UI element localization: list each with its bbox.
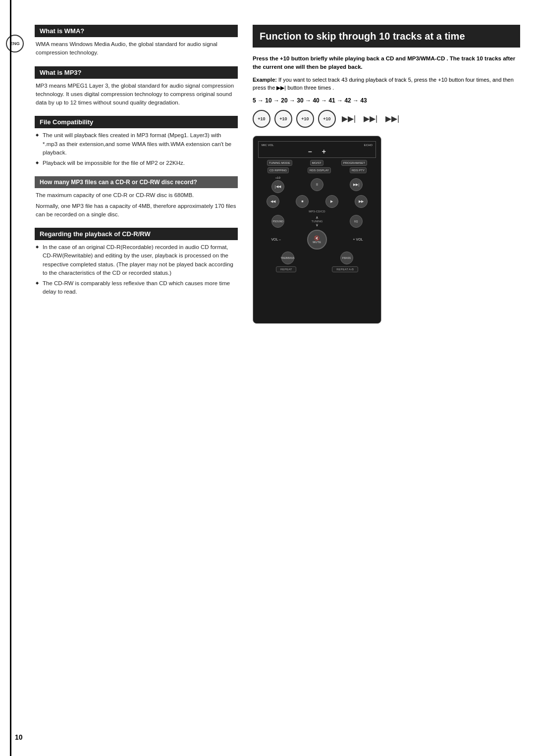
btn-skip-1[interactable]: ▶▶| xyxy=(340,110,358,128)
section-what-is-wma: What is WMA? WMA means Windows Media Aud… xyxy=(35,25,238,57)
remote-prev-track-btn[interactable]: |◀◀ xyxy=(271,180,284,193)
section-what-is-mp3: What is MP3? MP3 means MPEG1 Layer 3, th… xyxy=(35,66,238,107)
btn-plus10-2[interactable]: +10 xyxy=(274,110,292,128)
remote-pause-btn[interactable]: II xyxy=(311,178,323,191)
remote-inner: MIC VOL ECHO – + TUNING MODE MO/ST PROGR… xyxy=(258,141,376,318)
remote-stop-btn[interactable]: ■ xyxy=(296,195,309,208)
mp3-header: What is MP3? xyxy=(35,66,238,79)
btn-plus10-1[interactable]: +10 xyxy=(253,110,270,128)
example-label: Example: xyxy=(253,77,277,83)
remote-mic-vol-section: MIC VOL ECHO – + xyxy=(258,141,376,158)
file-compat-content: The unit will playback files created in … xyxy=(35,131,238,167)
remote-vol-minus-label: VOL – xyxy=(271,238,281,241)
remote-repeat-btn[interactable]: REPEAT xyxy=(276,266,297,272)
how-many-mp3-line2: Normally, one MP3 file has a capacity of… xyxy=(36,202,237,219)
page-number: 10 xyxy=(15,733,23,741)
wma-header: What is WMA? xyxy=(35,25,238,37)
remote-mic-vol-label: MIC VOL xyxy=(262,144,274,147)
how-many-mp3-line1: The maximum capacity of one CD-R or CD-R… xyxy=(36,191,237,200)
remote-control: MIC VOL ECHO – + TUNING MODE MO/ST PROGR… xyxy=(253,136,381,324)
remote-plus10-area: +10 |◀◀ xyxy=(271,176,284,193)
remote-bottom-row: TREB/BASS P.BASS xyxy=(258,252,376,264)
remote-psound-btn[interactable]: PSOUND xyxy=(271,215,284,228)
regarding-playback-content: In the case of an original CD-R(Recordab… xyxy=(35,243,238,297)
regarding-playback-bullet-2: The CD-RW is comparably less reflexive t… xyxy=(36,279,237,297)
remote-plus10-label: +10 xyxy=(271,176,284,179)
remote-mp3-cd-label: MP3-CD/CD xyxy=(258,210,376,213)
remote-mo-st-btn[interactable]: MO/ST xyxy=(310,160,323,166)
right-column: Function to skip through 10 tracks at a … xyxy=(248,20,535,736)
instruction-text: Press the +10 button briefly while playi… xyxy=(253,54,520,72)
eng-badge: ENG xyxy=(6,35,24,52)
remote-psound-row: PSOUND ∧ TUNING ∨ EQ xyxy=(258,215,376,228)
remote-echo-label: ECHO xyxy=(364,144,373,147)
remote-plus-btn[interactable]: + xyxy=(322,148,326,155)
section-regarding-playback: Regarding the playback of CD-R/RW In the… xyxy=(35,228,238,297)
remote-repeat-a-b-btn[interactable]: REPEAT A-B xyxy=(332,266,358,272)
wma-content: WMA means Windows Media Audio, the globa… xyxy=(35,40,238,57)
remote-transport-row: +10 |◀◀ II ▶▶| xyxy=(258,176,376,193)
how-many-mp3-header: How many MP3 files can a CD-R or CD-RW d… xyxy=(35,176,238,188)
remote-rewind-btn[interactable]: ◀◀ xyxy=(267,195,279,208)
left-border-line xyxy=(10,0,11,756)
track-sequence: 5 → 10 → 20 → 30 → 40 → 41 → 42 → 43 xyxy=(253,97,520,104)
remote-minus-btn[interactable]: – xyxy=(308,148,312,155)
remote-treb-bass-btn[interactable]: TREB/BASS xyxy=(281,252,294,264)
remote-playback-row: ◀◀ ■ ▶ ▶▶ xyxy=(258,195,376,208)
remote-tuning-mode-btn[interactable]: TUNING MODE xyxy=(267,160,292,166)
remote-eq-btn[interactable]: EQ xyxy=(350,215,363,228)
btn-plus10-3[interactable]: +10 xyxy=(296,110,314,128)
section-how-many-mp3: How many MP3 files can a CD-R or CD-RW d… xyxy=(35,176,238,219)
example-text: Example: If you want to select track 43 … xyxy=(253,76,520,92)
remote-vol-section: VOL – 🔇 MUTE + VOL xyxy=(258,230,376,250)
btn-skip-3[interactable]: ▶▶| xyxy=(383,110,401,128)
remote-repeat-row: REPEAT REPEAT A-B xyxy=(258,266,376,272)
how-many-mp3-content: The maximum capacity of one CD-R or CD-R… xyxy=(35,191,238,219)
remote-fast-forward-btn[interactable]: ▶▶ xyxy=(355,195,368,208)
btn-plus10-4[interactable]: +10 xyxy=(318,110,336,128)
remote-rds-pty-btn[interactable]: RDS PTY xyxy=(350,167,367,173)
regarding-playback-bullet-1: In the case of an original CD-R(Recordab… xyxy=(36,243,237,277)
example-body: If you want to select track 43 during pl… xyxy=(253,77,514,91)
file-compat-bullet-1: The unit will playback files created in … xyxy=(36,131,237,157)
file-compat-header: File Compatibility xyxy=(35,116,238,128)
btn-skip-2[interactable]: ▶▶| xyxy=(362,110,379,128)
remote-cd-ripping-btn[interactable]: CD RIPPING xyxy=(268,167,289,173)
mp3-content: MP3 means MPEG1 Layer 3, the global stan… xyxy=(35,82,238,107)
track-sequence-label: 5 → 10 → 20 → 30 → 40 → 41 → 42 → 43 xyxy=(253,97,367,104)
remote-p-bass-btn[interactable]: P.BASS xyxy=(340,252,353,264)
remote-cd-ripping-row: CD RIPPING RDS DISPLAY RDS PTY xyxy=(258,167,376,173)
remote-tuning-area: ∧ TUNING ∨ xyxy=(311,215,322,227)
left-column: What is WMA? WMA means Windows Media Aud… xyxy=(30,20,248,736)
remote-rds-display-btn[interactable]: RDS DISPLAY xyxy=(308,167,331,173)
file-compat-bullet-2: Playback will be impossible for the file… xyxy=(36,159,237,167)
remote-mute-btn[interactable]: 🔇 MUTE xyxy=(307,230,327,250)
regarding-playback-header: Regarding the playback of CD-R/RW xyxy=(35,228,238,240)
main-title: Function to skip through 10 tracks at a … xyxy=(253,25,520,48)
remote-play-btn[interactable]: ▶ xyxy=(325,195,338,208)
remote-program-set-btn[interactable]: PROGRAM/SET xyxy=(341,160,367,166)
section-file-compatibility: File Compatibility The unit will playbac… xyxy=(35,116,238,167)
remote-next-track-btn[interactable]: ▶▶| xyxy=(350,178,363,191)
remote-tuning-row: TUNING MODE MO/ST PROGRAM/SET xyxy=(258,160,376,166)
remote-vol-plus-label: + VOL xyxy=(353,238,363,241)
left-sidebar: ENG xyxy=(0,20,30,736)
button-row: +10 +10 +10 +10 ▶▶| ▶▶| ▶▶| xyxy=(253,110,520,128)
